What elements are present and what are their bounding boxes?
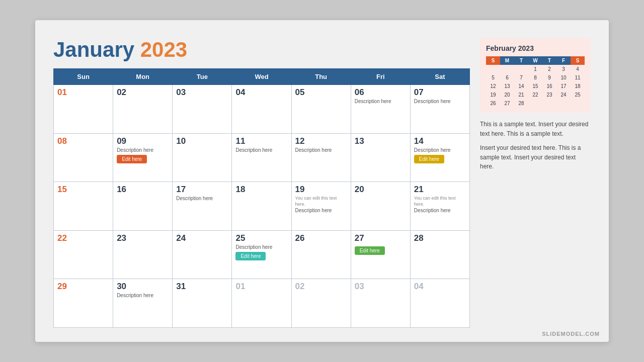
mini-cal-cell: 10 — [556, 73, 571, 82]
day-number: 04 — [235, 87, 287, 98]
day-number: 27 — [355, 233, 407, 243]
right-section: February 2023 SMTWTFS 123456789101112131… — [480, 38, 591, 328]
day-number: 25 — [235, 233, 287, 243]
cal-cell: 25Description hereEdit here — [232, 230, 291, 279]
mini-cal-cell — [528, 99, 542, 108]
cal-header-wed: Wed — [232, 69, 291, 85]
day-number: 01 — [57, 87, 109, 98]
cal-cell: 31 — [173, 279, 232, 328]
mini-cal-cell: 13 — [500, 82, 514, 90]
mini-cal-cell — [542, 99, 556, 108]
day-number: 02 — [295, 282, 347, 292]
cal-cell: 21You can edit this text here.Descriptio… — [410, 182, 469, 231]
mini-cal-cell: 25 — [571, 90, 585, 99]
mini-cal-cell: 8 — [528, 73, 542, 82]
cal-header-mon: Mon — [113, 69, 173, 85]
day-number: 12 — [295, 136, 347, 146]
mini-cal-cell: 1 — [528, 65, 542, 73]
cal-cell: 22 — [54, 230, 113, 279]
cal-cell: 10 — [173, 133, 232, 182]
cal-header-fri: Fri — [351, 69, 410, 85]
day-number: 03 — [355, 282, 407, 292]
cal-cell: 24 — [173, 230, 232, 279]
day-number: 20 — [355, 185, 407, 195]
cal-cell: 20 — [351, 182, 410, 231]
mini-cal-cell: 11 — [571, 73, 585, 82]
day-number: 02 — [117, 87, 169, 98]
mini-cal-cell: 2 — [542, 65, 556, 73]
mini-cal-cell: 26 — [486, 99, 500, 108]
edit-button[interactable]: Edit here — [117, 155, 147, 163]
day-number: 24 — [176, 233, 228, 243]
mini-calendar-container: February 2023 SMTWTFS 123456789101112131… — [480, 38, 591, 113]
cal-header-thu: Thu — [291, 69, 351, 85]
day-number: 26 — [295, 233, 347, 243]
main-calendar: SunMonTueWedThuFriSat 010203040506Descri… — [53, 68, 470, 328]
mini-cal-cell: 4 — [571, 65, 585, 73]
mini-cal-cell: 22 — [528, 90, 542, 99]
cal-cell: 08 — [54, 133, 113, 182]
mini-cal-cell — [571, 99, 585, 108]
day-number: 29 — [57, 282, 109, 292]
mini-cal-cell: 15 — [528, 82, 542, 90]
day-number: 10 — [176, 136, 228, 146]
day-number: 28 — [414, 233, 466, 243]
day-number: 15 — [57, 185, 109, 195]
mini-cal-cell: 3 — [556, 65, 571, 73]
edit-button[interactable]: Edit here — [355, 246, 385, 255]
cal-cell: 05 — [291, 85, 351, 134]
cal-cell: 16 — [113, 182, 173, 231]
cal-cell: 28 — [410, 230, 469, 279]
cal-cell: 27Edit here — [351, 230, 410, 279]
cal-cell: 04 — [410, 279, 469, 328]
day-number: 08 — [57, 136, 109, 146]
mini-cal-cell: 12 — [486, 82, 500, 90]
edit-button[interactable]: Edit here — [235, 252, 266, 260]
cal-cell: 13 — [351, 133, 410, 182]
cal-cell: 07Description here — [410, 85, 469, 134]
day-number: 30 — [117, 282, 169, 292]
cal-cell: 29 — [54, 279, 113, 328]
mini-cal-header: T — [542, 56, 556, 65]
day-number: 11 — [235, 136, 287, 146]
mini-cal-cell — [514, 65, 528, 73]
main-title: January 2023 — [53, 38, 470, 61]
cal-cell: 15 — [54, 182, 113, 231]
mini-cal-cell: 28 — [514, 99, 528, 108]
cal-cell: 14Description hereEdit here — [410, 133, 469, 182]
cal-cell: 23 — [113, 230, 173, 279]
cell-note: You can edit this text here. — [414, 196, 466, 207]
cal-cell: 12Description here — [291, 133, 351, 182]
mini-cal-header: T — [514, 56, 528, 65]
cal-cell: 11Description here — [232, 133, 291, 182]
text-block-paragraph: Insert your desired text here. This is a… — [480, 143, 591, 171]
mini-cal-cell: 14 — [514, 82, 528, 90]
slide: January 2023 SunMonTueWedThuFriSat 01020… — [35, 20, 609, 342]
day-number: 19 — [295, 185, 347, 195]
mini-cal-cell: 20 — [500, 90, 514, 99]
cal-cell: 03 — [351, 279, 410, 328]
cal-cell: 02 — [113, 85, 173, 134]
mini-cal-cell: 24 — [556, 90, 571, 99]
mini-cal-cell: 17 — [556, 82, 571, 90]
text-block: This is a sample text. Insert your desir… — [480, 120, 591, 176]
day-description: Description here — [355, 99, 407, 104]
cal-cell: 03 — [173, 85, 232, 134]
day-number: 16 — [117, 185, 169, 195]
left-section: January 2023 SunMonTueWedThuFriSat 01020… — [53, 38, 470, 328]
cal-cell: 04 — [232, 85, 291, 134]
day-description: Description here — [235, 147, 287, 153]
cal-cell: 18 — [232, 182, 291, 231]
cal-cell: 26 — [291, 230, 351, 279]
day-number: 04 — [414, 282, 466, 292]
mini-cal-cell — [486, 65, 500, 73]
mini-cal-cell: 19 — [486, 90, 500, 99]
mini-cal-cell — [500, 65, 514, 73]
day-number: 06 — [355, 87, 407, 98]
mini-cal-cell — [556, 99, 571, 108]
day-number: 22 — [57, 233, 109, 243]
edit-button[interactable]: Edit here — [414, 155, 444, 163]
mini-cal-cell: 9 — [542, 73, 556, 82]
title-year: 2023 — [140, 38, 187, 61]
watermark: SLIDEMODEL.COM — [542, 331, 600, 337]
